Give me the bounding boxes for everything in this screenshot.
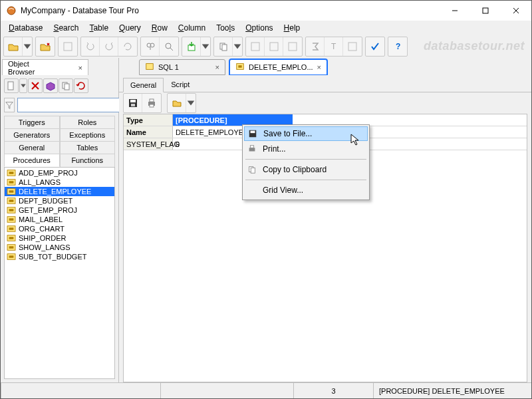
- list-item[interactable]: GET_EMP_PROJ: [5, 205, 114, 215]
- package-button[interactable]: [43, 78, 58, 93]
- menu-tools[interactable]: Tools: [211, 22, 240, 34]
- procedure-icon: [235, 62, 245, 72]
- subtab-script[interactable]: Script: [164, 77, 197, 92]
- svg-rect-30: [9, 200, 14, 201]
- window-controls: [440, 1, 531, 21]
- print-button[interactable]: [142, 94, 161, 112]
- ctx-print[interactable]: Print...: [244, 141, 368, 157]
- menu-column[interactable]: Column: [173, 22, 211, 34]
- help-button[interactable]: ?: [388, 37, 407, 56]
- list-item[interactable]: SUB_TOT_BUDGET: [5, 252, 114, 261]
- svg-rect-38: [9, 237, 14, 239]
- menu-row[interactable]: Row: [146, 22, 173, 34]
- tab-delete-employee[interactable]: DELETE_EMPLO... ×: [229, 59, 327, 75]
- procedure-icon: [7, 243, 16, 251]
- menu-help[interactable]: Help: [279, 22, 306, 34]
- search-button[interactable]: [160, 37, 178, 56]
- copy-button[interactable]: [214, 37, 233, 56]
- folder-button[interactable]: [168, 94, 186, 112]
- close-icon[interactable]: ×: [78, 64, 82, 72]
- menu-table[interactable]: Table: [84, 22, 114, 34]
- svg-rect-43: [146, 64, 154, 70]
- ctx-save-to-file[interactable]: Save to File...: [244, 126, 368, 141]
- menu-database[interactable]: Database: [3, 22, 48, 34]
- tool-btn-4[interactable]: [283, 37, 302, 56]
- minimize-button[interactable]: [440, 1, 470, 21]
- list-item[interactable]: SHIP_ORDER: [5, 233, 114, 243]
- undo-button[interactable]: [81, 37, 100, 56]
- list-item[interactable]: MAIL_LABEL: [5, 215, 114, 224]
- check-button[interactable]: [366, 37, 384, 56]
- new-object-button[interactable]: [4, 78, 19, 93]
- subtab-general[interactable]: General: [123, 78, 164, 92]
- menu-query[interactable]: Query: [114, 22, 146, 34]
- ctx-copy-clipboard[interactable]: Copy to Clipboard: [244, 162, 368, 178]
- item-label: SHOW_LANGS: [19, 243, 70, 251]
- editor-pane: SQL 1 × DELETE_EMPLO... × General Script: [119, 58, 531, 382]
- object-browser-tab[interactable]: Object Browser ×: [2, 59, 88, 75]
- new-object-dropdown[interactable]: [19, 78, 27, 93]
- export-button[interactable]: [182, 37, 201, 56]
- procedure-icon: [7, 178, 16, 186]
- svg-rect-15: [270, 43, 278, 51]
- tool-btn-5[interactable]: [343, 37, 362, 56]
- find-button[interactable]: [141, 37, 160, 56]
- cat-tables[interactable]: Tables: [60, 141, 116, 154]
- maximize-button[interactable]: [470, 1, 501, 21]
- close-icon[interactable]: ×: [317, 63, 321, 71]
- item-label: MAIL_LABEL: [19, 215, 63, 223]
- list-item[interactable]: DEPT_BUDGET: [5, 196, 114, 205]
- list-item[interactable]: SHOW_LANGS: [5, 243, 114, 252]
- copy-dropdown[interactable]: [233, 37, 242, 56]
- cat-procedures[interactable]: Procedures: [4, 154, 60, 167]
- cat-functions[interactable]: Functions: [60, 154, 116, 167]
- svg-rect-55: [250, 146, 253, 148]
- list-item[interactable]: ORG_CHART: [5, 224, 114, 233]
- redo-button[interactable]: [100, 37, 118, 56]
- tool-btn-3[interactable]: [265, 37, 283, 56]
- save-button[interactable]: [124, 94, 142, 112]
- sum-button[interactable]: [306, 37, 325, 56]
- filter-input[interactable]: [17, 98, 124, 112]
- copy-object-button[interactable]: [59, 78, 73, 93]
- folder-dropdown[interactable]: [186, 94, 196, 112]
- svg-rect-18: [348, 43, 356, 51]
- list-item[interactable]: ADD_EMP_PROJ: [5, 168, 114, 178]
- item-label: ORG_CHART: [19, 225, 65, 233]
- menu-options[interactable]: Options: [240, 22, 278, 34]
- ctx-grid-view[interactable]: Grid View...: [244, 182, 368, 198]
- tool-btn-1[interactable]: [59, 37, 77, 56]
- svg-rect-13: [222, 45, 227, 51]
- tab-label: SQL 1: [158, 63, 179, 71]
- cat-generators[interactable]: Generators: [4, 128, 60, 141]
- close-button[interactable]: [501, 1, 531, 21]
- menu-search[interactable]: Search: [48, 22, 84, 34]
- svg-rect-28: [9, 190, 14, 192]
- cat-triggers[interactable]: Triggers: [4, 116, 60, 128]
- tab-sql1[interactable]: SQL 1 ×: [139, 59, 225, 75]
- close-db-button[interactable]: [36, 37, 55, 56]
- cat-roles[interactable]: Roles: [60, 116, 116, 128]
- cat-exceptions[interactable]: Exceptions: [60, 128, 116, 141]
- export-dropdown[interactable]: [201, 37, 210, 56]
- refresh-objects-button[interactable]: [74, 78, 88, 93]
- procedure-list[interactable]: ADD_EMP_PROJALL_LANGSDELETE_EMPLOYEEDEPT…: [4, 167, 115, 379]
- list-item[interactable]: DELETE_EMPLOYEE: [5, 187, 114, 196]
- refresh-button[interactable]: [118, 37, 137, 56]
- text-button[interactable]: T: [325, 37, 343, 56]
- filter-button[interactable]: [4, 98, 15, 112]
- open-db-button[interactable]: [4, 37, 23, 56]
- open-db-dropdown[interactable]: [23, 37, 32, 56]
- delete-object-button[interactable]: [28, 78, 43, 93]
- procedure-icon: [7, 253, 16, 261]
- list-item[interactable]: ALL_LANGS: [5, 178, 114, 187]
- app-window: MyCompany - Database Tour Pro Database S…: [0, 0, 532, 399]
- tool-btn-2[interactable]: [246, 37, 265, 56]
- item-label: ADD_EMP_PROJ: [19, 169, 78, 177]
- svg-text:?: ?: [396, 42, 400, 51]
- ctx-label: Save to File...: [263, 129, 312, 138]
- item-label: DELETE_EMPLOYEE: [19, 188, 91, 196]
- close-icon[interactable]: ×: [215, 63, 219, 71]
- cat-general[interactable]: General: [4, 141, 60, 154]
- item-label: ALL_LANGS: [19, 178, 61, 186]
